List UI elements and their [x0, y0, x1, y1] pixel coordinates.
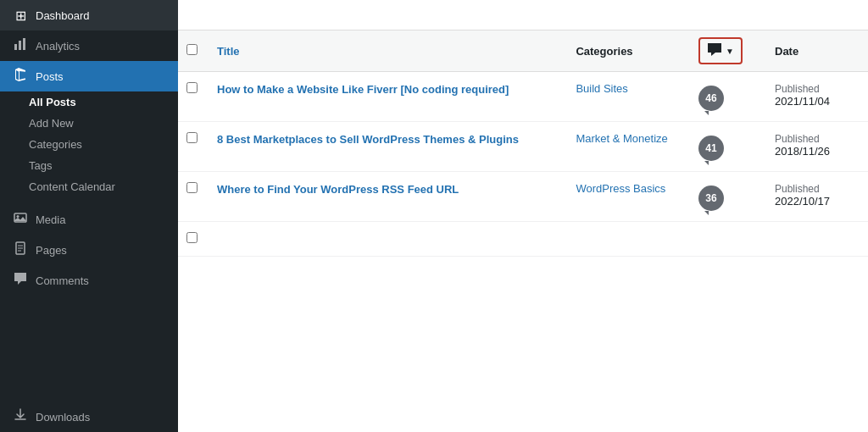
submenu-add-new[interactable]: Add New — [0, 113, 178, 134]
post-comments-cell: 41 — [690, 122, 766, 172]
col-header-categories[interactable]: Categories — [567, 30, 690, 72]
post-title-link[interactable]: 8 Best Marketplaces to Sell WordPress Th… — [217, 133, 519, 146]
post-comments-cell: 36 — [690, 172, 766, 222]
sidebar-item-label: Pages — [36, 244, 67, 257]
comment-count-badge[interactable]: 46 — [698, 86, 724, 111]
sidebar-item-downloads[interactable]: Downloads — [0, 402, 178, 432]
category-link[interactable]: Build Sites — [576, 82, 627, 95]
sidebar-item-dashboard[interactable]: ⊞ Dashboard — [0, 0, 178, 30]
post-status: Published — [775, 133, 820, 145]
posts-submenu: All Posts Add New Categories Tags Conten… — [0, 91, 178, 197]
post-category-cell: Market & Monetize — [567, 122, 690, 172]
sidebar-item-label: Comments — [36, 274, 89, 287]
submenu-tags[interactable]: Tags — [0, 155, 178, 176]
post-title-cell: Where to Find Your WordPress RSS Feed UR… — [209, 172, 567, 222]
table-row-empty — [178, 222, 868, 257]
sidebar-item-label: Analytics — [36, 40, 80, 53]
submenu-all-posts[interactable]: All Posts — [0, 91, 178, 113]
sidebar-item-analytics[interactable]: Analytics — [0, 30, 178, 61]
posts-table: Title Categories ▼ Date — [178, 30, 868, 257]
col-header-comments[interactable]: ▼ — [690, 30, 766, 72]
svg-point-4 — [17, 215, 19, 218]
post-date: 2018/11/26 — [775, 145, 830, 158]
select-all-checkbox[interactable] — [186, 44, 198, 55]
post-title-link[interactable]: Where to Find Your WordPress RSS Feed UR… — [217, 183, 459, 196]
submenu-content-calendar[interactable]: Content Calendar — [0, 176, 178, 197]
comment-count-badge[interactable]: 36 — [698, 186, 724, 211]
svg-rect-1 — [19, 41, 21, 50]
post-category-cell: Build Sites — [567, 72, 690, 122]
row-checkbox[interactable] — [186, 132, 198, 143]
post-status: Published — [775, 183, 820, 195]
sidebar-item-posts[interactable]: Posts — [0, 61, 178, 91]
sidebar-item-media[interactable]: Media — [0, 204, 178, 235]
svg-rect-0 — [14, 44, 17, 50]
table-topbar — [178, 0, 868, 30]
posts-icon — [12, 68, 29, 85]
posts-table-container: Title Categories ▼ Date — [178, 30, 868, 432]
chevron-down-icon: ▼ — [726, 47, 734, 56]
comments-sort-button[interactable]: ▼ — [698, 37, 743, 64]
post-category-cell: WordPress Basics — [567, 172, 690, 222]
row-checkbox[interactable] — [186, 82, 198, 93]
table-row: 8 Best Marketplaces to Sell WordPress Th… — [178, 122, 868, 172]
downloads-icon — [12, 408, 29, 425]
post-date: 2022/10/17 — [775, 195, 830, 208]
category-link[interactable]: Market & Monetize — [576, 132, 667, 145]
comments-icon — [12, 272, 29, 289]
row-checkbox[interactable] — [186, 182, 198, 193]
main-content: Title Categories ▼ Date — [178, 0, 868, 432]
dashboard-icon: ⊞ — [12, 8, 29, 24]
post-title-link[interactable]: How to Make a Website Like Fiverr [No co… — [217, 83, 509, 96]
row-checkbox[interactable] — [186, 232, 198, 243]
sidebar-item-label: Media — [36, 213, 65, 226]
sidebar: ⊞ Dashboard Analytics Posts All Posts Ad… — [0, 0, 178, 432]
media-icon — [12, 211, 29, 228]
post-title-cell: How to Make a Website Like Fiverr [No co… — [209, 72, 567, 122]
sidebar-item-label: Dashboard — [36, 9, 90, 22]
post-status: Published — [775, 83, 820, 95]
sidebar-item-comments[interactable]: Comments — [0, 265, 178, 296]
comment-header-icon — [707, 42, 722, 59]
post-date: 2021/11/04 — [775, 95, 830, 108]
table-row: How to Make a Website Like Fiverr [No co… — [178, 72, 868, 122]
comment-count-badge[interactable]: 41 — [698, 136, 724, 161]
submenu-categories[interactable]: Categories — [0, 134, 178, 155]
sidebar-item-label: Downloads — [36, 411, 90, 424]
sidebar-item-label: Posts — [36, 70, 64, 83]
post-date-cell: Published 2021/11/04 — [766, 72, 868, 122]
pages-icon — [12, 241, 29, 258]
category-link[interactable]: WordPress Basics — [576, 182, 665, 195]
post-date-cell: Published 2022/10/17 — [766, 172, 868, 222]
post-comments-cell: 46 — [690, 72, 766, 122]
post-date-cell: Published 2018/11/26 — [766, 122, 868, 172]
analytics-icon — [12, 37, 29, 54]
table-row: Where to Find Your WordPress RSS Feed UR… — [178, 172, 868, 222]
sidebar-item-pages[interactable]: Pages — [0, 235, 178, 265]
post-title-cell: 8 Best Marketplaces to Sell WordPress Th… — [209, 122, 567, 172]
col-header-date[interactable]: Date — [766, 30, 868, 72]
col-header-title[interactable]: Title — [209, 30, 567, 72]
svg-rect-2 — [23, 38, 25, 50]
